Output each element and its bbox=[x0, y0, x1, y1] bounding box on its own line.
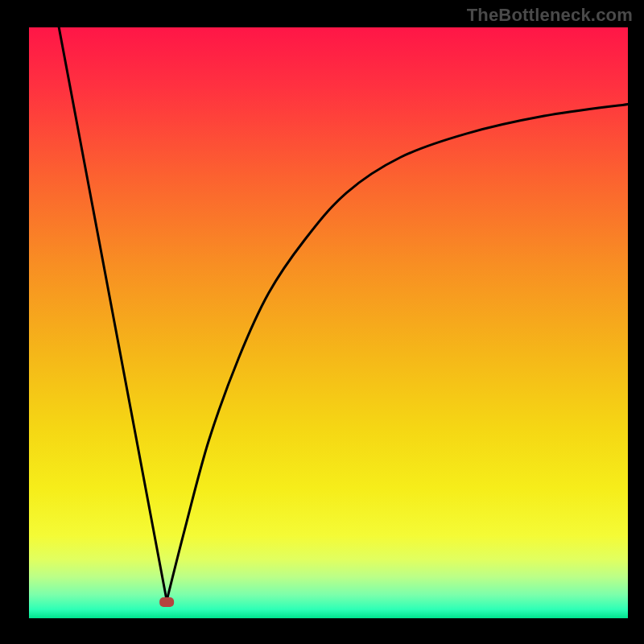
watermark-text: TheBottleneck.com bbox=[467, 5, 633, 26]
minimum-marker bbox=[159, 597, 174, 607]
chart-stage: TheBottleneck.com bbox=[0, 0, 644, 644]
chart-svg bbox=[0, 0, 644, 644]
